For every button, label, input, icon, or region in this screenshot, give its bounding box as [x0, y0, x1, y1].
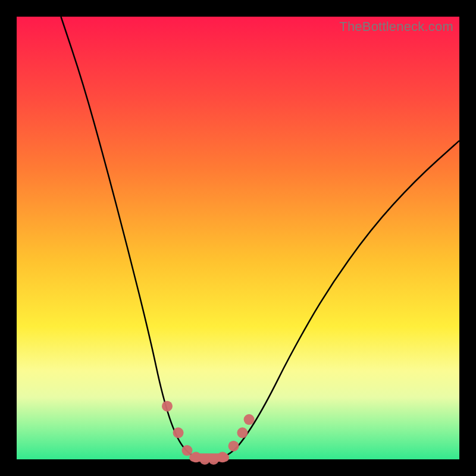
data-marker: [181, 445, 192, 456]
chart-frame: TheBottleneck.com: [0, 0, 476, 476]
data-marker: [162, 401, 173, 412]
data-marker: [237, 427, 248, 438]
plot-area: TheBottleneck.com: [17, 17, 459, 459]
data-marker: [228, 441, 239, 452]
curve-line: [61, 17, 459, 459]
data-marker: [217, 452, 228, 462]
bottleneck-curve-chart: [17, 17, 459, 459]
data-marker: [173, 427, 184, 438]
data-marker: [244, 414, 255, 425]
